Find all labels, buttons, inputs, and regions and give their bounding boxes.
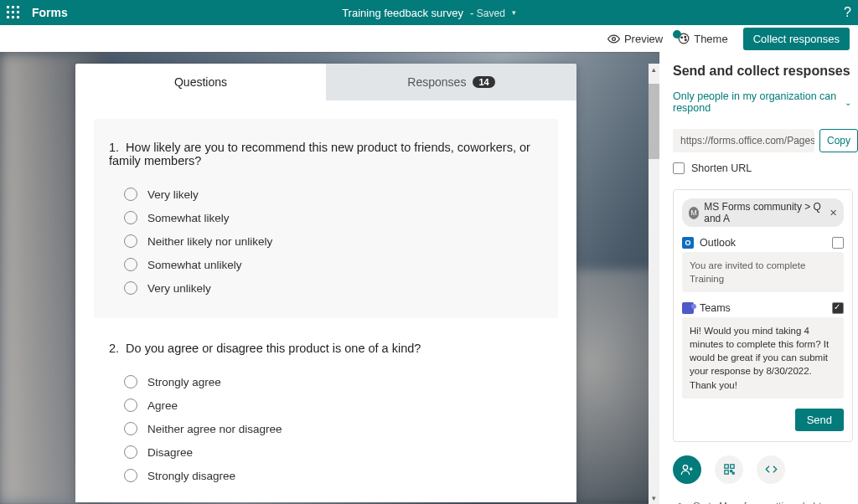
help-icon[interactable]: ? xyxy=(844,5,851,20)
question-title: 2. Do you agree or disagree this product… xyxy=(109,342,543,355)
copy-button[interactable]: Copy xyxy=(819,129,858,152)
avatar-icon: M xyxy=(689,207,699,219)
share-url-field[interactable]: https://forms.office.com/Pages/Respon... xyxy=(673,129,814,152)
teams-icon xyxy=(682,302,694,314)
radio-icon xyxy=(124,399,137,412)
preview-button[interactable]: Preview xyxy=(607,33,663,45)
outlook-checkbox[interactable] xyxy=(832,237,844,249)
toolbar: Preview Theme Collect responses xyxy=(0,25,858,52)
svg-rect-6 xyxy=(724,465,727,468)
radio-icon xyxy=(124,281,137,295)
option-label: Somewhat unlikely xyxy=(147,259,242,271)
radio-icon xyxy=(124,375,137,388)
radio-option[interactable]: Neither agree nor disagree xyxy=(109,417,543,440)
vertical-scrollbar[interactable]: ▴ ▾ xyxy=(649,64,659,504)
chevron-down-icon: ⌄ xyxy=(845,98,851,107)
option-label: Neither likely nor unlikely xyxy=(147,235,272,248)
svg-point-2 xyxy=(681,37,683,39)
form-card: Questions Responses 14 1. How likely are… xyxy=(75,64,576,502)
option-label: Neither agree nor disagree xyxy=(147,423,282,435)
radio-icon xyxy=(124,445,137,459)
panel-title: Send and collect responses xyxy=(673,64,858,79)
option-label: Disagree xyxy=(147,446,193,459)
remove-chip-icon[interactable]: ✕ xyxy=(830,208,837,219)
svg-rect-8 xyxy=(724,471,727,474)
radio-option[interactable]: Strongly agree xyxy=(109,370,543,393)
option-label: Agree xyxy=(147,399,178,412)
outlook-icon: O xyxy=(682,237,694,249)
teams-message-input[interactable]: Hi! Would you mind taking 4 minutes to c… xyxy=(682,317,844,398)
form-title: Training feedback survey xyxy=(342,7,463,19)
scroll-down-icon[interactable]: ▾ xyxy=(649,494,659,502)
radio-option[interactable]: Very likely xyxy=(109,183,543,206)
invite-people-icon[interactable] xyxy=(673,455,701,484)
theme-button[interactable]: Theme xyxy=(678,33,727,45)
tab-responses[interactable]: Responses 14 xyxy=(326,64,576,100)
radio-icon xyxy=(124,258,137,271)
title-bar: Forms Training feedback survey - Saved ▾… xyxy=(0,0,858,25)
send-button[interactable]: Send xyxy=(795,409,844,431)
radio-icon xyxy=(124,422,137,435)
outlook-message-input[interactable]: You are invited to complete Training xyxy=(682,252,844,292)
svg-point-3 xyxy=(685,36,686,38)
save-status: - Saved xyxy=(470,7,505,19)
option-label: Very likely xyxy=(147,188,199,201)
teams-checkbox[interactable] xyxy=(832,302,844,314)
option-label: Strongly disagree xyxy=(147,470,235,482)
option-label: Strongly agree xyxy=(147,376,221,388)
radio-option[interactable]: Somewhat unlikely xyxy=(109,253,543,276)
svg-point-4 xyxy=(685,39,687,41)
svg-rect-7 xyxy=(730,465,733,468)
form-canvas: Questions Responses 14 1. How likely are… xyxy=(0,52,659,504)
app-launcher-icon[interactable] xyxy=(7,6,20,19)
question-block[interactable]: 2. Do you agree or disagree this product… xyxy=(94,342,558,502)
form-tabs: Questions Responses 14 xyxy=(75,64,576,100)
teams-label: Teams xyxy=(700,302,731,314)
radio-option[interactable]: Agree xyxy=(109,393,543,417)
send-panel: Send and collect responses Only people i… xyxy=(659,52,858,504)
question-block[interactable]: 1. How likely are you to recommend this … xyxy=(94,119,558,318)
notification-dot-icon xyxy=(673,30,681,39)
scroll-up-icon[interactable]: ▴ xyxy=(649,65,659,74)
shorten-url-checkbox[interactable] xyxy=(673,162,685,174)
chevron-down-icon[interactable]: ▾ xyxy=(512,8,516,17)
svg-rect-10 xyxy=(732,472,734,474)
recipient-chip[interactable]: M MS Forms community > Q and A ✕ xyxy=(682,198,844,227)
tab-questions[interactable]: Questions xyxy=(75,64,326,100)
form-title-group[interactable]: Training feedback survey - Saved ▾ xyxy=(342,7,516,19)
radio-icon xyxy=(124,188,137,201)
tip-message: Go to More form settings (...) to Collab… xyxy=(673,499,858,504)
option-label: Very unlikely xyxy=(147,282,211,295)
share-method-icons xyxy=(673,455,858,484)
share-compose-box: M MS Forms community > Q and A ✕ O Outlo… xyxy=(673,189,853,442)
svg-point-0 xyxy=(612,37,616,40)
radio-option[interactable]: Very unlikely xyxy=(109,276,543,300)
svg-point-5 xyxy=(683,465,687,469)
app-name[interactable]: Forms xyxy=(32,6,68,19)
option-label: Somewhat likely xyxy=(147,212,230,224)
scroll-thumb[interactable] xyxy=(649,84,659,159)
radio-option[interactable]: Disagree xyxy=(109,440,543,464)
radio-icon xyxy=(124,234,137,248)
radio-option[interactable]: Strongly disagree xyxy=(109,464,543,487)
radio-option[interactable]: Somewhat likely xyxy=(109,206,543,229)
radio-option[interactable]: Neither likely nor unlikely xyxy=(109,229,543,253)
embed-code-icon[interactable] xyxy=(757,455,785,484)
shorten-url-label: Shorten URL xyxy=(691,162,752,174)
megaphone-icon xyxy=(673,501,685,504)
eye-icon xyxy=(607,33,620,45)
outlook-label: Outlook xyxy=(700,237,736,249)
question-title: 1. How likely are you to recommend this … xyxy=(109,141,543,167)
svg-rect-9 xyxy=(730,471,731,472)
responses-count-badge: 14 xyxy=(473,76,494,88)
qr-code-icon[interactable] xyxy=(715,455,743,484)
response-scope-dropdown[interactable]: Only people in my organization can respo… xyxy=(673,90,858,114)
radio-icon xyxy=(124,211,137,224)
radio-icon xyxy=(124,469,137,482)
collect-responses-button[interactable]: Collect responses xyxy=(743,28,850,50)
